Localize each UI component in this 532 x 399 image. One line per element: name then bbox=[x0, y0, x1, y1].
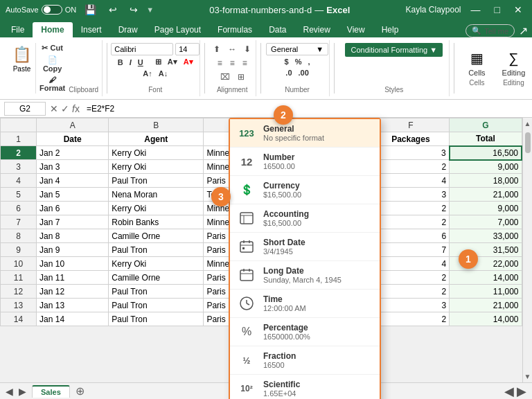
tab-home[interactable]: Home bbox=[33, 22, 72, 37]
cell-A7[interactable]: Jan 7 bbox=[37, 215, 109, 229]
cell-G3[interactable]: 9,000 bbox=[450, 160, 522, 174]
number-format-selector[interactable]: General ▼ bbox=[266, 43, 328, 55]
format-scientific[interactable]: 10² Scientific 1.65E+04 bbox=[230, 375, 380, 399]
scroll-right-icon[interactable]: ▶ bbox=[517, 384, 526, 399]
bold-button[interactable]: B bbox=[116, 57, 125, 67]
cell-A5[interactable]: Jan 5 bbox=[37, 188, 109, 202]
underline-button[interactable]: U bbox=[136, 57, 145, 67]
formula-input[interactable] bbox=[84, 103, 528, 115]
decrease-decimal-button[interactable]: .0 bbox=[283, 68, 294, 78]
border-button[interactable]: ⊞ bbox=[153, 57, 163, 67]
editing-button[interactable]: Editing bbox=[497, 66, 531, 79]
cell-A4[interactable]: Jan 4 bbox=[37, 174, 109, 188]
cell-A2[interactable]: Jan 2 bbox=[37, 146, 109, 160]
tell-me-input[interactable]: 🔍 Tell me bbox=[466, 24, 515, 37]
scroll-down-button[interactable]: ▼ bbox=[524, 371, 531, 382]
format-shortdate[interactable]: Short Date 3/4/1945 bbox=[230, 233, 380, 261]
tab-help[interactable]: Help bbox=[373, 22, 407, 37]
scroll-tabs-right[interactable]: ▶ bbox=[19, 386, 26, 397]
cell-G8[interactable]: 33,000 bbox=[450, 229, 522, 243]
font-name-input[interactable] bbox=[111, 43, 173, 55]
cell-B2[interactable]: Kerry Oki bbox=[109, 146, 204, 160]
cell-F14[interactable]: 2 bbox=[372, 312, 450, 326]
cell-B14[interactable]: Paul Tron bbox=[109, 312, 204, 326]
cell-F1[interactable]: Packages bbox=[372, 132, 450, 146]
cell-A3[interactable]: Jan 3 bbox=[37, 160, 109, 174]
cell-G6[interactable]: 9,000 bbox=[450, 202, 522, 215]
cell-F8[interactable]: 6 bbox=[372, 229, 450, 243]
fill-color-button[interactable]: A▾ bbox=[166, 57, 179, 67]
cell-B13[interactable]: Paul Tron bbox=[109, 299, 204, 312]
copy-button[interactable]: 📄 Copy bbox=[37, 55, 67, 73]
cell-G7[interactable]: 7,000 bbox=[450, 215, 522, 229]
cell-B6[interactable]: Kerry Oki bbox=[109, 202, 204, 215]
cell-A9[interactable]: Jan 9 bbox=[37, 243, 109, 257]
restore-button[interactable]: □ bbox=[490, 3, 504, 17]
format-painter-button[interactable]: 🖌 Format bbox=[37, 75, 67, 93]
cell-F2[interactable]: 3 bbox=[372, 146, 450, 160]
cell-B9[interactable]: Paul Tron bbox=[109, 243, 204, 257]
cell-B10[interactable]: Kerry Oki bbox=[109, 257, 204, 271]
tab-data[interactable]: Data bbox=[260, 22, 294, 37]
format-currency[interactable]: 💲 Currency $16,500.00 bbox=[230, 176, 380, 204]
cell-G12[interactable]: 11,000 bbox=[450, 285, 522, 299]
minimize-button[interactable]: — bbox=[467, 3, 485, 17]
cell-A6[interactable]: Jan 6 bbox=[37, 202, 109, 215]
font-color-button[interactable]: A▾ bbox=[181, 57, 195, 67]
align-left-button[interactable]: ≡ bbox=[215, 57, 225, 69]
tab-review[interactable]: Review bbox=[294, 22, 338, 37]
cells-button[interactable]: Cells bbox=[463, 66, 490, 79]
format-number[interactable]: 12 Number 16500.00 bbox=[230, 148, 380, 176]
align-middle-button[interactable]: ↔ bbox=[225, 43, 239, 55]
align-right-button[interactable]: ≡ bbox=[240, 57, 250, 69]
cell-B5[interactable]: Nena Moran bbox=[109, 188, 204, 202]
tab-pagelayout[interactable]: Page Layout bbox=[146, 22, 209, 37]
scroll-left-icon[interactable]: ◀ bbox=[504, 384, 514, 399]
add-sheet-button[interactable]: ⊕ bbox=[73, 384, 87, 398]
cell-F12[interactable]: 2 bbox=[372, 285, 450, 299]
currency-format-button[interactable]: $ bbox=[283, 57, 291, 66]
save-button[interactable]: 💾 bbox=[80, 3, 100, 17]
align-bottom-button[interactable]: ⬇ bbox=[241, 43, 254, 55]
undo-button[interactable]: ↩ bbox=[105, 3, 121, 17]
cell-A14[interactable]: Jan 14 bbox=[37, 312, 109, 326]
sheet-tab-sales[interactable]: Sales bbox=[32, 385, 70, 398]
wrap-text-button[interactable]: ⌧ bbox=[218, 71, 233, 83]
format-time[interactable]: Time 12:00:00 AM bbox=[230, 290, 380, 318]
cell-G5[interactable]: 21,000 bbox=[450, 188, 522, 202]
col-header-F[interactable]: F bbox=[372, 118, 450, 132]
comma-format-button[interactable]: , bbox=[306, 57, 312, 66]
redo-button[interactable]: ↪ bbox=[125, 3, 142, 17]
insert-function-icon[interactable]: fx bbox=[72, 103, 80, 114]
format-longdate[interactable]: Long Date Sunday, March 4, 1945 bbox=[230, 261, 380, 290]
increase-decimal-button[interactable]: .00 bbox=[296, 68, 311, 78]
autosave-toggle[interactable] bbox=[42, 5, 62, 15]
cell-G2[interactable]: 16,500 bbox=[450, 146, 522, 160]
cell-G14[interactable]: 14,000 bbox=[450, 312, 522, 326]
cell-B12[interactable]: Paul Tron bbox=[109, 285, 204, 299]
format-general[interactable]: 123 General No specific format bbox=[230, 119, 380, 148]
format-percentage[interactable]: % Percentage 1650000.00% bbox=[230, 318, 380, 346]
scroll-thumb[interactable] bbox=[525, 132, 531, 153]
format-accounting[interactable]: Accounting $16,500.00 bbox=[230, 204, 380, 233]
cell-G13[interactable]: 21,000 bbox=[450, 299, 522, 312]
cell-F11[interactable]: 2 bbox=[372, 271, 450, 285]
tab-draw[interactable]: Draw bbox=[110, 22, 146, 37]
close-button[interactable]: ✕ bbox=[510, 3, 526, 17]
confirm-formula-icon[interactable]: ✓ bbox=[61, 103, 69, 114]
share-button[interactable]: ↗ bbox=[519, 24, 528, 37]
percent-format-button[interactable]: % bbox=[293, 57, 304, 66]
col-header-A[interactable]: A bbox=[37, 118, 109, 132]
cell-F9[interactable]: 7 bbox=[372, 243, 450, 257]
cell-A8[interactable]: Jan 8 bbox=[37, 229, 109, 243]
cell-A1[interactable]: Date bbox=[37, 132, 109, 146]
align-top-button[interactable]: ⬆ bbox=[211, 43, 223, 55]
tab-file[interactable]: File bbox=[3, 22, 33, 37]
cell-B1[interactable]: Agent bbox=[109, 132, 204, 146]
decrease-font-button[interactable]: A↓ bbox=[157, 69, 170, 78]
col-header-B[interactable]: B bbox=[109, 118, 204, 132]
cell-G4[interactable]: 18,000 bbox=[450, 174, 522, 188]
paste-button[interactable]: 📋 Paste bbox=[8, 43, 36, 94]
cell-A12[interactable]: Jan 12 bbox=[37, 285, 109, 299]
conditional-formatting-button[interactable]: Conditional Formatting ▼ bbox=[345, 43, 443, 57]
